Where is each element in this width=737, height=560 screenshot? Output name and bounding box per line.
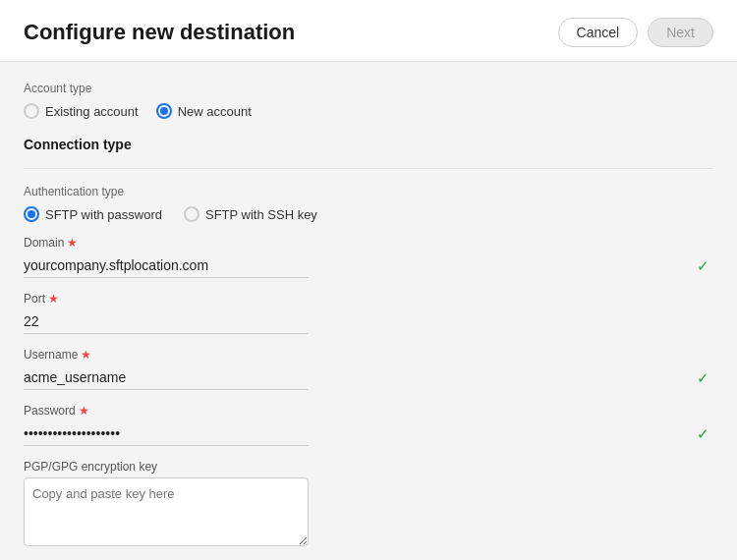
account-type-label: Account type: [24, 82, 713, 95]
port-field-group: Port ★: [24, 292, 713, 334]
next-button[interactable]: Next: [648, 18, 713, 47]
header-actions: Cancel Next: [558, 18, 713, 47]
domain-input-wrapper: ✓: [24, 253, 713, 278]
domain-label: Domain ★: [24, 236, 713, 250]
username-input-wrapper: ✓: [24, 365, 713, 390]
password-input-wrapper: ✓: [24, 421, 713, 446]
username-field-group: Username ★ ✓: [24, 348, 713, 390]
pgp-key-input[interactable]: [24, 477, 309, 546]
domain-input[interactable]: [24, 253, 309, 278]
divider: [24, 168, 713, 169]
header: Configure new destination Cancel Next: [0, 0, 737, 62]
page-title: Configure new destination: [24, 20, 295, 45]
password-field-group: Password ★ ✓: [24, 404, 713, 446]
sftp-password-option[interactable]: SFTP with password: [24, 206, 162, 222]
port-required: ★: [48, 292, 59, 306]
authentication-type-group: Authentication type SFTP with password S…: [24, 185, 713, 222]
port-label: Port ★: [24, 292, 713, 306]
domain-valid-icon: ✓: [697, 257, 709, 275]
auth-radio-group: SFTP with password SFTP with SSH key: [24, 206, 713, 222]
username-label: Username ★: [24, 348, 713, 362]
password-valid-icon: ✓: [697, 425, 709, 443]
account-type-group: Account type Existing account New accoun…: [24, 82, 713, 119]
pgp-key-field-group: PGP/GPG encryption key: [24, 460, 713, 550]
pgp-key-label: PGP/GPG encryption key: [24, 460, 713, 474]
new-account-radio[interactable]: [156, 103, 172, 119]
username-input[interactable]: [24, 365, 309, 390]
sftp-password-label: SFTP with password: [45, 207, 162, 222]
cancel-button[interactable]: Cancel: [558, 18, 639, 47]
port-input-wrapper: [24, 309, 713, 334]
sftp-password-radio[interactable]: [24, 206, 39, 222]
authentication-type-label: Authentication type: [24, 185, 713, 198]
configure-destination-page: Configure new destination Cancel Next Ac…: [0, 0, 737, 560]
account-type-radio-group: Existing account New account: [24, 103, 713, 119]
domain-required: ★: [67, 236, 78, 250]
password-required: ★: [79, 404, 89, 418]
username-valid-icon: ✓: [697, 369, 709, 387]
form-content: Account type Existing account New accoun…: [0, 62, 737, 560]
new-account-label: New account: [178, 104, 252, 119]
sftp-ssh-option[interactable]: SFTP with SSH key: [184, 206, 317, 222]
existing-account-label: Existing account: [45, 104, 139, 119]
existing-account-radio[interactable]: [24, 103, 39, 119]
username-required: ★: [81, 348, 91, 362]
sftp-ssh-radio[interactable]: [184, 206, 199, 222]
password-input[interactable]: [24, 421, 309, 446]
domain-field-group: Domain ★ ✓: [24, 236, 713, 278]
connection-type-label: Connection type: [24, 137, 713, 152]
sftp-ssh-label: SFTP with SSH key: [205, 207, 317, 222]
new-account-option[interactable]: New account: [156, 103, 252, 119]
port-input[interactable]: [24, 309, 309, 334]
password-label: Password ★: [24, 404, 713, 418]
existing-account-option[interactable]: Existing account: [24, 103, 139, 119]
